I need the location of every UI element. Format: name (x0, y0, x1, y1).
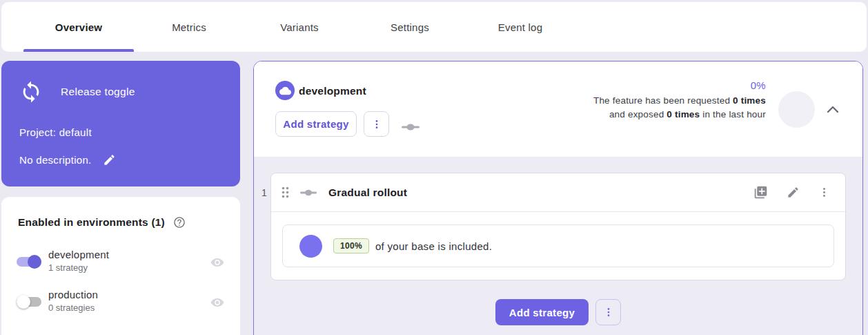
strategy-card: Gradual rollout (270, 173, 846, 280)
add-strategy-label: Add strategy (509, 307, 575, 318)
metrics-line2-text: and exposed (609, 109, 667, 119)
pencil-icon (103, 153, 116, 166)
rollout-pie-chart (299, 235, 322, 258)
feature-type-card: Release toggle Project: default No descr… (1, 61, 240, 186)
tab-overview[interactable]: Overview (23, 2, 134, 52)
metrics-line1-bold: 0 times (733, 95, 766, 106)
tab-metrics[interactable]: Metrics (134, 2, 244, 52)
environment-row-development: development 1 strategy (1, 249, 240, 279)
environment-name: development (48, 249, 109, 260)
metrics-donut-chart (778, 91, 815, 128)
strategy-card-header: Gradual rollout (271, 173, 845, 212)
tab-variants-label: Variants (280, 21, 319, 33)
production-toggle[interactable] (17, 295, 41, 309)
tab-event-log[interactable]: Event log (465, 2, 575, 52)
environment-panel-title: development (299, 85, 366, 97)
add-strategy-button[interactable]: Add strategy (495, 299, 589, 325)
kebab-icon (603, 307, 614, 318)
collapse-panel-button[interactable] (825, 102, 840, 117)
feature-tab-bar: Overview Metrics Variants Settings Event… (1, 2, 867, 52)
metrics-line2-bold: 0 times (667, 109, 700, 119)
project-label: Project: default (19, 126, 92, 138)
feature-type-label: Release toggle (61, 86, 135, 98)
pencil-icon (787, 186, 800, 199)
tab-variants[interactable]: Variants (244, 2, 355, 52)
active-tab-indicator (23, 49, 134, 52)
strategy-slider-icon (402, 121, 420, 133)
rollout-percentage-badge: 100% (333, 238, 369, 253)
strategy-more-actions-button[interactable] (818, 186, 830, 198)
footer-more-actions-button[interactable] (595, 299, 621, 325)
eye-icon[interactable] (210, 255, 225, 273)
help-icon[interactable] (173, 216, 186, 229)
environment-panel-header: development Add strategy 0% The feature … (254, 61, 862, 157)
strategy-card-body: 100% of your base is included. (271, 212, 845, 280)
copy-strategy-button[interactable] (753, 185, 768, 200)
environment-accordion-panel: development Add strategy 0% The feature … (253, 61, 863, 335)
strategy-index: 1 (259, 187, 270, 198)
header-add-strategy-button[interactable]: Add strategy (275, 111, 357, 137)
metrics-line2-suffix: in the last hour (700, 109, 766, 119)
cloud-environment-icon (275, 81, 295, 100)
metrics-summary: 0% The feature has been requested 0 time… (593, 79, 766, 121)
strategy-slider-icon (300, 189, 317, 196)
copy-add-icon (753, 185, 768, 200)
environment-strategy-count: 0 strategies (48, 303, 98, 313)
tab-overview-label: Overview (55, 21, 102, 33)
eye-icon[interactable] (210, 295, 225, 313)
edit-strategy-button[interactable] (787, 186, 800, 199)
tab-settings[interactable]: Settings (355, 2, 465, 52)
enabled-environments-title: Enabled in environments (1) (18, 216, 165, 229)
rollout-description: of your base is included. (375, 240, 492, 252)
panel-footer: Add strategy (254, 299, 862, 325)
metrics-line1-text: The feature has been requested (593, 95, 733, 106)
tab-metrics-label: Metrics (172, 21, 206, 33)
environment-name: production (48, 289, 98, 300)
kebab-icon (818, 186, 830, 198)
development-toggle[interactable] (17, 255, 41, 269)
edit-description-button[interactable] (103, 153, 116, 166)
tab-settings-label: Settings (391, 21, 429, 33)
release-toggle-icon (19, 80, 43, 104)
kebab-icon (371, 119, 382, 130)
feature-description: No description. (19, 154, 92, 166)
drag-handle[interactable] (281, 186, 290, 199)
metrics-percentage: 0% (593, 79, 766, 91)
environment-strategy-count: 1 strategy (48, 262, 109, 273)
strategy-title: Gradual rollout (328, 186, 407, 199)
rollout-summary-box: 100% of your base is included. (282, 224, 834, 267)
tab-event-log-label: Event log (498, 21, 542, 33)
enabled-environments-card: Enabled in environments (1) development … (1, 197, 240, 335)
header-more-actions-button[interactable] (364, 111, 389, 137)
chevron-up-icon (827, 106, 839, 113)
header-add-strategy-label: Add strategy (283, 118, 348, 130)
environment-row-production: production 0 strategies (1, 289, 240, 319)
